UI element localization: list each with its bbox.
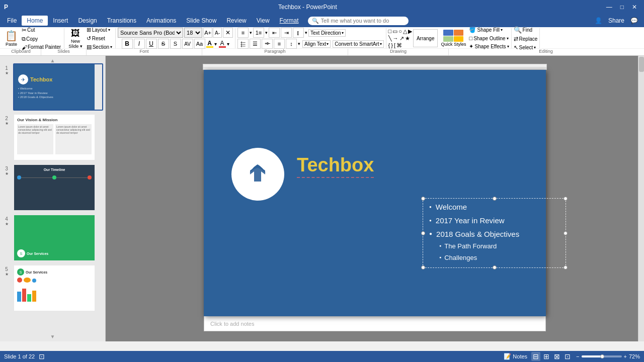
handle-mr[interactable]: [564, 231, 568, 235]
strikethrough-btn[interactable]: S: [158, 39, 169, 49]
slide-preview-2[interactable]: Our Vision & Mission Lorem ipsum dolor s…: [13, 114, 103, 161]
font-grow-btn[interactable]: A+: [203, 28, 212, 38]
slide-preview-3[interactable]: Our Timeline: [13, 164, 103, 211]
slide-main[interactable]: Techbox ● Welcome: [204, 70, 546, 316]
highlight-dropdown[interactable]: ▾: [227, 41, 229, 47]
italic-btn[interactable]: I: [134, 39, 145, 49]
menu-view[interactable]: View: [252, 16, 275, 26]
handle-bl[interactable]: [421, 265, 425, 269]
numbered-list-btn[interactable]: 1≡: [253, 28, 264, 38]
slide-preview-5[interactable]: S Our Services: [13, 264, 103, 312]
maximize-btn[interactable]: □: [617, 4, 627, 11]
align-left-btn[interactable]: ⬱: [237, 39, 249, 49]
handle-br[interactable]: [564, 265, 568, 269]
close-btn[interactable]: ✕: [629, 4, 640, 11]
slideshow-icon[interactable]: ⊡: [39, 352, 45, 360]
align-center-btn[interactable]: ☰: [250, 39, 261, 49]
zoom-thumb[interactable]: [600, 354, 604, 358]
bullet-dropdown[interactable]: ▾: [250, 30, 252, 35]
menu-transitions[interactable]: Transitions: [102, 16, 141, 26]
numbered-dropdown[interactable]: ▾: [265, 30, 268, 35]
increase-indent-btn[interactable]: ⇥: [281, 28, 292, 38]
star-shape[interactable]: ★: [405, 35, 410, 42]
slide-thumb-5[interactable]: 5 ★ S Our Services: [2, 264, 103, 312]
line-spacing-dropdown[interactable]: ▾: [298, 41, 300, 46]
new-slide-btn[interactable]: 🖼 New Slide ▾: [66, 27, 85, 50]
menu-home[interactable]: Home: [22, 16, 48, 26]
slide-thumb-3[interactable]: 3 ★ Our Timeline: [2, 164, 103, 211]
font-color-dropdown[interactable]: ▾: [214, 41, 217, 47]
handle-tr[interactable]: [564, 197, 568, 201]
decrease-indent-btn[interactable]: ⇤: [269, 28, 280, 38]
copy-btn[interactable]: ⧉ Copy: [21, 35, 62, 43]
line-spacing-btn[interactable]: ↕: [286, 39, 297, 49]
handle-tc[interactable]: [493, 197, 497, 201]
slide-sorter-btn[interactable]: ⊠: [552, 352, 561, 361]
slide-thumb-4[interactable]: 4 ★ S Our Services: [2, 214, 103, 261]
font-name-select[interactable]: Source Sans Pro (Bod): [118, 28, 183, 38]
menu-slideshow[interactable]: Slide Show: [181, 16, 221, 26]
rounded-rect-shape[interactable]: ▭: [392, 28, 397, 35]
text-box-selected[interactable]: ● Welcome ● 2017 Year in Review ● 2018 G…: [423, 198, 566, 268]
columns-dropdown[interactable]: ▾: [305, 30, 307, 35]
font-shrink-btn[interactable]: A-: [213, 28, 222, 38]
outline-view-btn[interactable]: ⊞: [542, 352, 551, 361]
shape-fill-btn[interactable]: 🪣 Shape Fill ▾: [469, 27, 509, 33]
rect-shape[interactable]: □: [388, 28, 392, 35]
ellipse-shape[interactable]: ○: [398, 28, 402, 35]
menu-design[interactable]: Design: [73, 16, 102, 26]
spacing-btn[interactable]: AV: [182, 39, 193, 49]
highlight-btn[interactable]: A: [219, 40, 226, 48]
zoom-slider[interactable]: [582, 355, 622, 357]
slide-preview-1[interactable]: ✈ Techbox • Welcome• 2017 Year in Review…: [13, 63, 103, 111]
connector-shape[interactable]: ↗: [399, 35, 404, 42]
menu-review[interactable]: Review: [221, 16, 251, 26]
columns-btn[interactable]: ⫿: [293, 28, 304, 38]
menu-animations[interactable]: Animations: [141, 16, 181, 26]
text-direction-btn[interactable]: Text Direction ▾: [308, 29, 346, 37]
share-btn[interactable]: Share: [608, 17, 624, 24]
scrollbar-thumb-v[interactable]: [639, 57, 644, 72]
arrow-shape[interactable]: →: [393, 35, 398, 42]
underline-btn[interactable]: U: [146, 39, 157, 49]
replace-btn[interactable]: ⇄ Replace: [514, 36, 538, 42]
notes-btn[interactable]: 📝 Notes: [504, 353, 527, 360]
font-color-btn[interactable]: A: [206, 40, 213, 48]
line-shape[interactable]: ╲: [388, 35, 392, 42]
menu-insert[interactable]: Insert: [48, 16, 73, 26]
search-bar[interactable]: 🔍: [308, 17, 409, 25]
menu-format[interactable]: Format: [275, 16, 304, 26]
misc-shape[interactable]: ⌘: [396, 42, 402, 49]
slide-scroll-up[interactable]: ▲: [2, 58, 103, 63]
align-text-btn[interactable]: Align Text ▾: [302, 40, 331, 48]
curly-shape[interactable]: [: [394, 42, 395, 49]
handle-ml[interactable]: [421, 231, 425, 235]
cut-btn[interactable]: ✂ Cut: [21, 26, 62, 34]
slide-preview-4[interactable]: S Our Services: [13, 214, 103, 261]
normal-view-btn[interactable]: ⊟: [531, 352, 540, 361]
arrange-btn[interactable]: Arrange: [413, 29, 438, 47]
clear-format-btn[interactable]: ✕: [223, 28, 233, 38]
right-scrollbar[interactable]: [638, 56, 644, 341]
window-controls[interactable]: — □ ✕: [603, 4, 640, 11]
shadow-btn[interactable]: S: [170, 39, 181, 49]
case-btn[interactable]: Aa: [194, 39, 205, 49]
slide-thumb-2[interactable]: 2 ★ Our Vision & Mission Lorem ipsum dol…: [2, 114, 103, 161]
shape-outline-btn[interactable]: □ Shape Outline ▾: [469, 35, 509, 41]
minimize-btn[interactable]: —: [603, 4, 615, 11]
handle-tl[interactable]: [421, 197, 425, 201]
paste-btn[interactable]: 📋 Paste: [3, 29, 20, 48]
reading-view-btn[interactable]: ⊡: [563, 352, 572, 361]
find-btn[interactable]: 🔍 Find: [514, 26, 538, 34]
justify-btn[interactable]: ≡: [274, 39, 285, 49]
slide-scroll-down[interactable]: ▼: [0, 334, 105, 339]
reset-btn[interactable]: ↺ Reset: [87, 35, 112, 42]
more-shapes[interactable]: ▶: [408, 28, 412, 35]
align-right-btn[interactable]: ⬲: [262, 39, 273, 49]
font-size-select[interactable]: 18: [184, 28, 202, 38]
slide-thumb-1[interactable]: 1 ★ ✈ Techbox • Welcome• 2017 Year in Re…: [2, 63, 103, 111]
bold-btn[interactable]: B: [122, 39, 133, 49]
quick-styles-btn[interactable]: Quick Styles: [439, 29, 468, 48]
zoom-in-btn[interactable]: +: [624, 353, 627, 359]
callout-shape[interactable]: {: [388, 42, 390, 49]
